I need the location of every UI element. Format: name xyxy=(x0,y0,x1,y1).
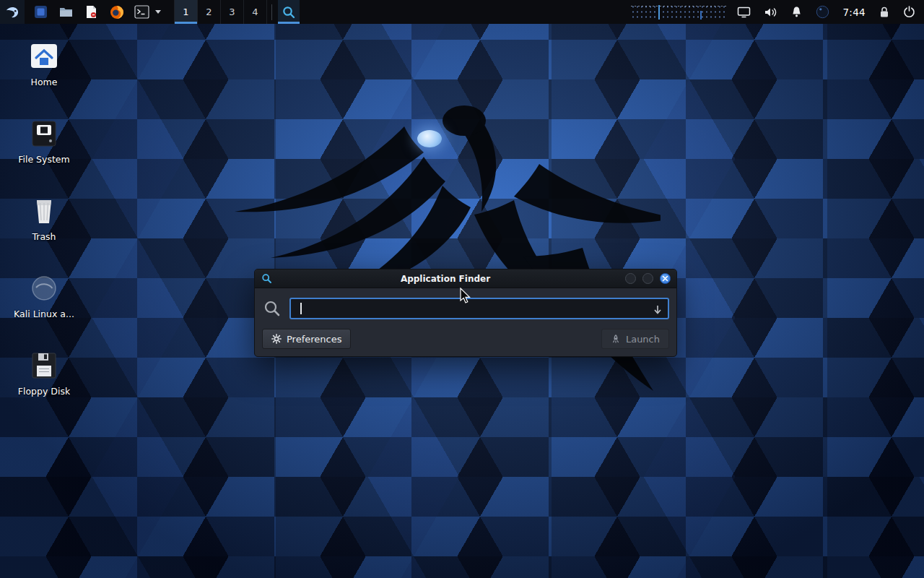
window-body: Preferences Launch xyxy=(255,288,676,356)
firefox-icon xyxy=(109,4,125,20)
applications-menu-button[interactable] xyxy=(0,0,25,24)
desktop-icon-trash[interactable]: Trash xyxy=(6,186,82,264)
kali-menu-icon xyxy=(4,4,20,20)
gear-icon xyxy=(271,334,282,344)
kali-linux-icon xyxy=(28,272,60,303)
launcher-row xyxy=(25,3,168,21)
maximize-button[interactable] xyxy=(642,273,653,284)
volume-icon xyxy=(764,7,777,18)
system-monitor-graph[interactable] xyxy=(631,4,726,20)
preferences-label: Preferences xyxy=(287,334,341,345)
window-controls xyxy=(619,273,671,284)
close-button[interactable] xyxy=(660,273,671,284)
launch-rocket-icon xyxy=(611,334,621,344)
search-icon xyxy=(262,299,282,318)
lock-screen-button[interactable] xyxy=(872,0,897,24)
desktop-icon-kali-linux[interactable]: Kali Linux a... xyxy=(6,264,82,341)
desktop-icon-home[interactable]: Home xyxy=(6,32,82,109)
workspace-4[interactable]: 4 xyxy=(244,0,267,24)
files-app-button[interactable] xyxy=(32,3,50,21)
panel-separator xyxy=(271,4,272,20)
history-dropdown-arrow[interactable] xyxy=(653,304,663,318)
workspace-switcher: 1 2 3 4 xyxy=(174,0,267,24)
desktop-icon-column: Home File System Trash xyxy=(6,32,82,418)
chevron-down-icon[interactable] xyxy=(155,10,161,14)
status-orb-icon xyxy=(816,5,829,19)
preferences-button[interactable]: Preferences xyxy=(262,329,351,349)
workspace-3[interactable]: 3 xyxy=(221,0,244,24)
file-system-icon xyxy=(28,118,60,148)
firefox-button[interactable] xyxy=(108,3,126,21)
notifications-bell-icon xyxy=(790,6,803,18)
search-input[interactable] xyxy=(291,299,668,318)
text-caret xyxy=(300,303,302,314)
volume-button[interactable] xyxy=(757,0,784,24)
appfinder-taskbar-button[interactable] xyxy=(278,0,300,24)
notifications-button[interactable] xyxy=(784,0,809,24)
wallpaper-highlight xyxy=(417,130,442,147)
launch-button[interactable]: Launch xyxy=(601,329,669,349)
app-finder-icon xyxy=(282,5,296,20)
desktop-icon-floppy-disk[interactable]: Floppy Disk xyxy=(6,341,82,418)
document-editor-icon xyxy=(84,4,99,20)
lock-icon xyxy=(879,6,890,18)
window-title: Application Finder xyxy=(272,274,619,284)
desktop-icon-label: File System xyxy=(18,155,70,165)
files-app-icon xyxy=(33,4,48,20)
file-manager-icon xyxy=(58,4,74,20)
close-icon xyxy=(662,275,668,282)
document-editor-button[interactable] xyxy=(82,3,100,21)
system-tray: 7:44 xyxy=(631,0,924,24)
minimize-button[interactable] xyxy=(625,273,636,284)
file-manager-button[interactable] xyxy=(57,3,75,21)
search-field xyxy=(289,298,669,319)
terminal-button[interactable] xyxy=(133,3,151,21)
desktop-icon-label: Floppy Disk xyxy=(18,387,70,397)
application-finder-window: Application Finder xyxy=(254,269,677,357)
workspace-1[interactable]: 1 xyxy=(175,0,198,24)
panel-clock[interactable]: 7:44 xyxy=(836,0,872,24)
logout-button[interactable] xyxy=(897,0,924,24)
power-icon xyxy=(903,6,915,18)
trash-icon xyxy=(28,195,60,225)
top-panel: 1 2 3 4 xyxy=(0,0,924,24)
desktop-icon-label: Kali Linux a... xyxy=(14,309,74,319)
titlebar[interactable]: Application Finder xyxy=(255,269,676,288)
workspace-2[interactable]: 2 xyxy=(198,0,221,24)
desktop-icon-label: Home xyxy=(31,77,58,87)
home-icon xyxy=(28,40,60,71)
launch-label: Launch xyxy=(626,334,660,345)
window-app-icon xyxy=(261,273,272,285)
desktop-icon-file-system[interactable]: File System xyxy=(6,109,82,186)
status-orb-button[interactable] xyxy=(809,0,836,24)
display-settings-button[interactable] xyxy=(731,0,757,24)
terminal-icon xyxy=(134,5,149,19)
floppy-disk-icon xyxy=(28,350,60,380)
display-icon xyxy=(737,7,751,18)
desktop-icon-label: Trash xyxy=(32,232,56,242)
